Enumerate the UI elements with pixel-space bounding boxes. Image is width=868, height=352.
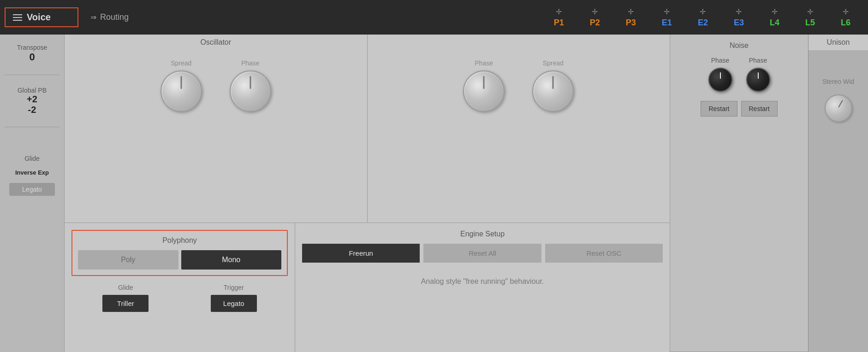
voice-button[interactable]: Voice bbox=[5, 7, 78, 27]
divider-1 bbox=[5, 75, 59, 75]
hamburger-icon bbox=[13, 14, 22, 21]
legato-trigger-button[interactable]: Legato bbox=[211, 295, 257, 312]
tab-label-E2: E2 bbox=[698, 18, 708, 28]
trigger-sub-label: Trigger bbox=[224, 284, 244, 291]
osc2-spread-group: Spread bbox=[532, 59, 574, 112]
nav-tabs: ✛ P1 ✛ P2 ✛ P3 ✛ E1 ✛ E2 ✛ E3 ✛ L4 ✛ L5 bbox=[541, 4, 863, 31]
noise-title: Noise bbox=[677, 41, 801, 50]
global-pb-pos: +2 bbox=[5, 94, 59, 105]
oscillator-section: Oscillator Spread Phase bbox=[65, 35, 670, 223]
reset-all-button[interactable]: Reset All bbox=[423, 244, 541, 263]
routing-icon: ⇒ bbox=[90, 13, 96, 22]
tab-label-L6: L6 bbox=[841, 18, 850, 28]
triller-button[interactable]: Triller bbox=[102, 295, 149, 312]
stereo-wide-label: Stereo Wid bbox=[809, 69, 868, 94]
stereo-wide-area: Stereo Wid bbox=[809, 69, 868, 122]
poly-mono-row: Poly Mono bbox=[78, 250, 281, 270]
glide-top-label: Glide bbox=[9, 155, 55, 162]
tab-label-P3: P3 bbox=[626, 18, 636, 28]
tab-L4[interactable]: ✛ L4 bbox=[757, 4, 792, 31]
restart-row: Restart Restart bbox=[677, 101, 801, 117]
move-icon-P1: ✛ bbox=[556, 7, 562, 16]
restart2-button[interactable]: Restart bbox=[741, 101, 778, 117]
noise-phase1-group: Phase bbox=[708, 57, 732, 92]
tab-label-E3: E3 bbox=[734, 18, 744, 28]
divider-2 bbox=[5, 127, 59, 127]
reset-osc-button[interactable]: Reset OSC bbox=[545, 244, 663, 263]
move-icon-L6: ✛ bbox=[843, 7, 849, 16]
tab-E1[interactable]: ✛ E1 bbox=[649, 4, 685, 31]
noise-phase1-knob[interactable] bbox=[708, 68, 732, 92]
tab-P3[interactable]: ✛ P3 bbox=[613, 4, 649, 31]
stereo-wide-knob[interactable] bbox=[825, 94, 852, 122]
move-icon-E3: ✛ bbox=[736, 7, 742, 16]
main-area: Transpose 0 Global PB +2 -2 Glide Invers… bbox=[0, 35, 868, 352]
noise-phase-row: Phase Phase bbox=[677, 57, 801, 92]
move-icon-P3: ✛ bbox=[628, 7, 634, 16]
move-icon-P2: ✛ bbox=[592, 7, 598, 16]
polyphony-section: Polyphony Poly Mono Glide Triller Trigge… bbox=[65, 223, 295, 352]
move-icon-L4: ✛ bbox=[772, 7, 778, 16]
noise-section: Noise Phase Phase Restart Restart bbox=[670, 35, 808, 352]
trigger-group: Trigger Legato bbox=[211, 284, 257, 312]
tab-L6[interactable]: ✛ L6 bbox=[828, 4, 863, 31]
analog-description: Analog style "free running" behaviour. bbox=[302, 277, 663, 286]
osc2-phase-label: Phase bbox=[475, 59, 493, 67]
tab-L5[interactable]: ✛ L5 bbox=[792, 4, 828, 31]
oscillator-left: Oscillator Spread Phase bbox=[65, 35, 368, 223]
mono-button[interactable]: Mono bbox=[181, 250, 282, 270]
move-icon-E1: ✛ bbox=[664, 7, 670, 16]
global-pb-label: Global PB bbox=[5, 87, 59, 94]
tab-P1[interactable]: ✛ P1 bbox=[541, 4, 577, 31]
osc2-knobs-row: Phase Spread bbox=[368, 50, 670, 223]
osc1-spread-group: Spread bbox=[161, 59, 202, 112]
glide-section: Glide Inverse Exp Legato bbox=[5, 139, 59, 203]
osc2-spread-label: Spread bbox=[543, 59, 564, 67]
legato-button[interactable]: Legato bbox=[9, 183, 55, 196]
tab-E2[interactable]: ✛ E2 bbox=[685, 4, 721, 31]
tab-label-L4: L4 bbox=[770, 18, 779, 28]
freerun-button[interactable]: Freerun bbox=[302, 244, 420, 263]
noise-phase2-label: Phase bbox=[749, 57, 767, 64]
osc1-spread-label: Spread bbox=[171, 59, 191, 67]
osc1-phase-knob[interactable] bbox=[230, 70, 271, 112]
top-bar: Voice ⇒ Routing ✛ P1 ✛ P2 ✛ P3 ✛ E1 ✛ E2… bbox=[0, 0, 868, 35]
noise-phase2-knob[interactable] bbox=[746, 68, 770, 92]
osc1-spread-knob[interactable] bbox=[161, 70, 202, 112]
poly-button[interactable]: Poly bbox=[78, 250, 178, 270]
tab-E3[interactable]: ✛ E3 bbox=[721, 4, 757, 31]
tab-label-E1: E1 bbox=[662, 18, 672, 28]
move-icon-E2: ✛ bbox=[700, 7, 706, 16]
tab-P2[interactable]: ✛ P2 bbox=[577, 4, 613, 31]
global-pb-group: Global PB +2 -2 bbox=[5, 87, 59, 115]
osc2-phase-group: Phase bbox=[463, 59, 505, 112]
transpose-label: Transpose bbox=[5, 44, 59, 51]
osc1-knobs-row: Spread Phase bbox=[65, 50, 367, 223]
center-area: Oscillator Spread Phase bbox=[65, 35, 670, 352]
routing-button[interactable]: ⇒ Routing bbox=[83, 9, 136, 26]
transpose-group: Transpose 0 bbox=[5, 44, 59, 63]
glide-trigger-row: Glide Triller Trigger Legato bbox=[71, 284, 288, 312]
restart1-button[interactable]: Restart bbox=[701, 101, 737, 117]
osc2-spread-knob[interactable] bbox=[532, 70, 574, 112]
polyphony-box: Polyphony Poly Mono bbox=[71, 230, 288, 276]
tab-label-L5: L5 bbox=[805, 18, 815, 28]
osc1-phase-group: Phase bbox=[230, 59, 271, 112]
noise-phase2-group: Phase bbox=[746, 57, 770, 92]
osc1-phase-label: Phase bbox=[241, 59, 260, 67]
osc-right-spacer bbox=[368, 35, 670, 50]
oscillator-title: Oscillator bbox=[65, 35, 367, 50]
glide-sub-label: Glide bbox=[118, 284, 133, 291]
left-panel: Transpose 0 Global PB +2 -2 Glide Invers… bbox=[0, 35, 65, 352]
transpose-value: 0 bbox=[5, 51, 59, 63]
glide-group: Glide Triller bbox=[102, 284, 149, 312]
engine-section: Engine Setup Freerun Reset All Reset OSC… bbox=[295, 223, 670, 352]
noise-phase1-label: Phase bbox=[711, 57, 730, 64]
noise-panel: Noise Phase Phase Restart Restart bbox=[670, 35, 808, 352]
tab-label-P1: P1 bbox=[554, 18, 564, 28]
osc2-phase-knob[interactable] bbox=[463, 70, 505, 112]
tab-label-P2: P2 bbox=[590, 18, 600, 28]
engine-btns-row: Freerun Reset All Reset OSC bbox=[302, 244, 663, 263]
unison-title: Unison bbox=[809, 35, 868, 50]
global-pb-neg: -2 bbox=[5, 105, 59, 115]
